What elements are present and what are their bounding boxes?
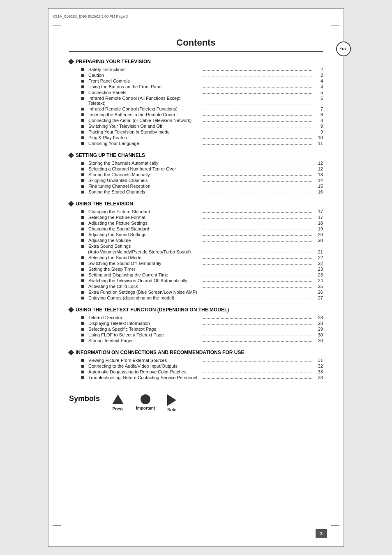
entry-text: Activating the Child Lock [88, 284, 198, 289]
entry-dots [202, 115, 312, 116]
entry-dots [202, 133, 312, 133]
diamond-icon [68, 59, 74, 64]
entry-dots [202, 235, 312, 236]
eng-badge: ENG [336, 41, 351, 56]
entry-dots [202, 324, 312, 325]
toc-container: PREPARING YOUR TELEVISIONSafety Instruct… [69, 59, 323, 380]
entry-page-number: 6 [315, 96, 323, 101]
entry-text: Fine tuning Channel Reception [88, 184, 198, 189]
entry-page-number: 12 [315, 166, 323, 171]
section-header-preparing: PREPARING YOUR TELEVISION [69, 59, 323, 64]
entry-dots [202, 164, 312, 164]
entry-dots [202, 341, 312, 342]
bullet-icon [81, 131, 84, 134]
diamond-icon [68, 152, 74, 158]
entry-text: Plug & Play Feature [88, 135, 198, 140]
toc-entry: Adjusting the Volume20 [69, 238, 323, 243]
bullet-icon [81, 97, 84, 100]
entry-text: Infrared Remote Control (All Functions E… [88, 96, 198, 106]
entry-text: Connecting the Aerial (or Cable Televisi… [88, 118, 198, 123]
important-caption: Important [136, 406, 155, 410]
toc-entry: Front Panel Controls4 [69, 78, 323, 83]
toc-entry: Displaying Teletext Information28 [69, 321, 323, 326]
bullet-icon [81, 168, 84, 170]
entry-text: Storing the Channels Manually [88, 172, 198, 177]
bullet-icon [81, 316, 84, 319]
bullet-icon [81, 136, 84, 139]
bullet-icon [81, 142, 84, 145]
note-icon [167, 394, 176, 406]
toc-entry: Selecting the Picture Format17 [69, 215, 323, 220]
crosshair-br [331, 522, 339, 530]
entry-page-number: 2 [315, 67, 323, 72]
entry-text: Using the Buttons on the Front Panel [88, 84, 198, 89]
entry-dots [202, 193, 312, 193]
entry-page-number: 12 [315, 161, 323, 166]
diamond-icon [68, 201, 74, 207]
symbol-press: Press [112, 394, 124, 411]
toc-entry: Infrared Remote Control (Teletext Functi… [69, 106, 323, 111]
bullet-icon [81, 173, 84, 176]
toc-entry: Viewing Picture From External Sources31 [69, 358, 323, 363]
entry-text: Selecting the Picture Format [88, 215, 198, 220]
press-caption: Press [112, 407, 123, 411]
diamond-icon [68, 350, 74, 355]
bullet-icon [81, 268, 84, 271]
toc-entry: Enjoying Games (depending on the model)2… [69, 295, 323, 300]
section-title-connections: INFORMATION ON CONNECTIONS AND RECOMMEND… [76, 350, 244, 355]
entry-dots [202, 121, 312, 122]
entry-text: Connecting to the Audio/Video Input/Outp… [88, 364, 198, 368]
symbols-label: Symbols [69, 394, 100, 403]
entry-page-number: 19 [315, 226, 323, 231]
important-icon [141, 394, 150, 404]
entry-page-number: 28 [315, 321, 323, 326]
toc-entry: Inserting the Batteries in the Remote Co… [69, 112, 323, 117]
entry-page-number: 30 [315, 332, 323, 337]
entry-page-number: 22 [315, 261, 323, 266]
entry-dots [202, 378, 312, 379]
bullet-icon [81, 322, 84, 325]
entry-page-number: 13 [315, 172, 323, 177]
entry-dots [202, 138, 312, 139]
entry-text: Storing the Channels Automatically [88, 161, 198, 166]
entry-dots [201, 253, 311, 253]
entry-text: Storing Teletext Pages [88, 338, 198, 343]
bullet-icon [81, 162, 84, 165]
entry-page-number: 25 [315, 284, 323, 289]
toc-entry: Fine tuning Channel Reception15 [69, 184, 323, 189]
bullet-icon [81, 125, 84, 128]
bullet-icon [81, 113, 84, 116]
entry-text: Setting and Displaying the Current Time [88, 272, 198, 277]
diamond-icon [68, 307, 74, 313]
bullet-icon [81, 339, 84, 342]
top-bar: KS1A_01602B_ENG 8/13/02 3:00 PM Page 3 [48, 13, 344, 20]
bullet-icon [81, 91, 84, 94]
header-text: KS1A_01602B_ENG 8/13/02 3:00 PM Page 3 [53, 14, 128, 18]
page-inner: ENG KS1A_01602B_ENG 8/13/02 3:00 PM Page… [48, 8, 344, 547]
bullet-icon [81, 85, 84, 88]
entry-page-number: 31 [315, 358, 323, 363]
entry-text: Adjusting the Sound Settings [88, 232, 198, 237]
bullet-icon [81, 74, 84, 77]
entry-page-number: 7 [315, 106, 323, 111]
entry-dots [202, 230, 312, 230]
toc-entry: Setting and Displaying the Current Time2… [69, 272, 323, 277]
entry-text: Choosing Your Language [88, 141, 198, 146]
entry-text: Switching the Television On and Off Auto… [88, 278, 198, 283]
symbol-important: Important [136, 394, 155, 410]
entry-page-number: 33 [315, 375, 323, 380]
page-wrapper: ENG KS1A_01602B_ENG 8/13/02 3:00 PM Page… [0, 0, 392, 555]
page-number-badge: 3 [316, 529, 327, 538]
entry-dots [202, 170, 312, 170]
entry-dots [202, 241, 312, 242]
entry-text: Caution [88, 73, 198, 78]
entry-page-number: 4 [315, 84, 323, 89]
bullet-icon [81, 68, 84, 71]
bullet-icon [81, 291, 84, 294]
bullet-icon [81, 262, 84, 265]
entry-text: Front Panel Controls [88, 78, 198, 83]
entry-dots [202, 110, 312, 110]
symbol-note: Note [167, 394, 176, 412]
entry-page-number: 8 [315, 112, 323, 117]
toc-entry: Choosing Your Language11 [69, 141, 323, 146]
